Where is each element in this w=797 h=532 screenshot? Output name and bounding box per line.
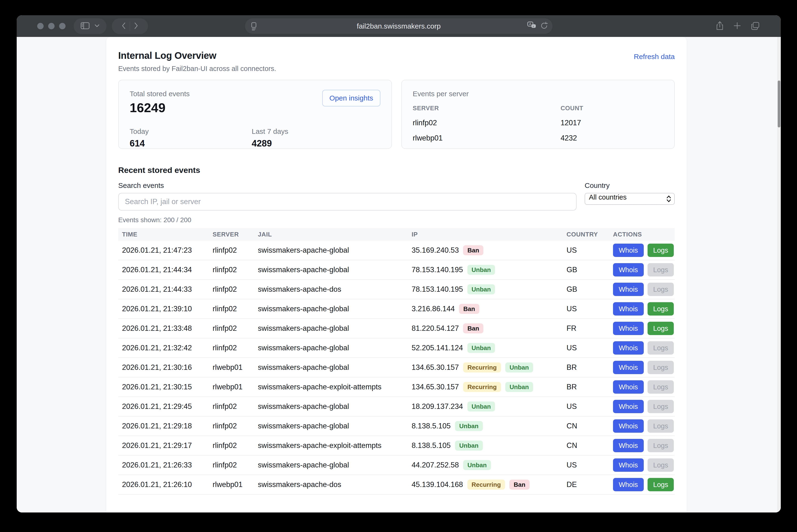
event-jail: swissmakers-apache-global (254, 246, 408, 254)
event-jail: swissmakers-apache-dos (254, 285, 408, 293)
event-jail: swissmakers-apache-dos (254, 480, 408, 489)
search-input[interactable] (118, 193, 577, 210)
event-country: CN (563, 422, 609, 430)
event-country: GB (563, 285, 609, 293)
event-time: 2026.01.21, 21:30:15 (118, 383, 209, 391)
event-server: rlinfp02 (209, 285, 254, 293)
logs-button[interactable]: Logs (648, 302, 674, 316)
logs-button[interactable]: Logs (648, 478, 674, 491)
minimize-button[interactable] (48, 23, 55, 29)
event-ip: 35.169.240.53 (412, 246, 459, 254)
whois-button[interactable]: Whois (613, 302, 644, 316)
svg-text:A: A (529, 22, 531, 26)
unban-badge: Unban (455, 440, 483, 451)
translate-icon[interactable]: A x (527, 21, 537, 31)
whois-button[interactable]: Whois (613, 400, 644, 413)
event-actions: WhoisLogs (609, 341, 675, 355)
toolbar-right (716, 21, 760, 32)
event-jail: swissmakers-apache-exploit-attempts (254, 441, 408, 450)
table-row: 2026.01.21, 21:32:42rlinfp02swissmakers-… (118, 338, 675, 358)
window-controls (37, 23, 66, 29)
page-icon[interactable] (250, 22, 257, 32)
whois-button[interactable]: Whois (613, 439, 644, 452)
share-icon[interactable] (716, 21, 724, 32)
address-bar[interactable]: fail2ban.swissmakers.corp A x (245, 18, 553, 34)
whois-button[interactable]: Whois (613, 361, 644, 374)
event-jail: swissmakers-apache-global (254, 266, 408, 274)
event-server: rlwebp01 (209, 363, 254, 372)
total-events-label: Total stored events (130, 90, 190, 98)
event-jail: swissmakers-apache-global (254, 422, 408, 430)
forward-icon[interactable] (134, 22, 138, 30)
event-ip-cell: 35.169.240.53Ban (408, 245, 563, 255)
event-country: US (563, 305, 609, 313)
event-ip: 18.209.137.234 (412, 402, 463, 411)
logs-button: Logs (648, 458, 674, 472)
event-ip-cell: 78.153.140.195Unban (408, 284, 563, 294)
zoom-button[interactable] (59, 23, 66, 29)
table-row: 2026.01.21, 21:30:16rlwebp01swissmakers-… (118, 358, 675, 377)
logs-button[interactable]: Logs (648, 322, 674, 335)
new-tab-icon[interactable] (733, 22, 741, 31)
unban-badge: Unban (467, 265, 495, 275)
scrollbar-thumb[interactable] (778, 80, 780, 128)
event-country: US (563, 246, 609, 254)
whois-button[interactable]: Whois (613, 478, 644, 491)
back-icon[interactable] (122, 22, 126, 30)
logs-button: Logs (648, 283, 674, 296)
log-overview-card: Internal Log Overview Events stored by F… (106, 37, 687, 512)
whois-button[interactable]: Whois (613, 263, 644, 277)
svg-text:x: x (533, 25, 534, 27)
whois-button[interactable]: Whois (613, 419, 644, 433)
page-title: Internal Log Overview (118, 50, 276, 61)
table-row: 2026.01.21, 21:44:33rlinfp02swissmakers-… (118, 280, 675, 299)
event-ip-cell: 45.139.104.168RecurringBan (408, 480, 563, 490)
scrollbar-track[interactable] (777, 37, 781, 512)
sidebar-toggle-icon[interactable] (80, 22, 90, 31)
whois-button[interactable]: Whois (613, 322, 644, 335)
event-time: 2026.01.21, 21:26:33 (118, 461, 209, 469)
total-events-card: Total stored events 16249 Open insights … (118, 80, 392, 149)
browser-window: fail2ban.swissmakers.corp A x (17, 15, 781, 512)
table-row: 2026.01.21, 21:26:10rlwebp01swissmakers-… (118, 475, 675, 495)
events-per-server-table: SERVER COUNT rlinfp0212017rlwebp014232 (413, 98, 664, 142)
logs-button: Logs (648, 419, 674, 433)
event-country: BR (563, 363, 609, 372)
whois-button[interactable]: Whois (613, 380, 644, 394)
chevron-down-icon[interactable] (94, 24, 99, 28)
whois-button[interactable]: Whois (613, 283, 644, 296)
whois-button[interactable]: Whois (613, 341, 644, 355)
server-name: rlinfp02 (413, 119, 561, 127)
ban-badge: Ban (509, 480, 530, 490)
column-header-ip: IP (408, 231, 563, 238)
event-country: FR (563, 324, 609, 333)
event-country: US (563, 461, 609, 469)
ban-badge: Ban (463, 323, 483, 334)
event-time: 2026.01.21, 21:47:23 (118, 246, 209, 254)
url-text: fail2ban.swissmakers.corp (245, 22, 553, 30)
open-insights-button[interactable]: Open insights (322, 90, 380, 107)
event-actions: WhoisLogs (609, 419, 675, 433)
table-row: 2026.01.21, 21:33:48rlinfp02swissmakers-… (118, 319, 675, 338)
event-ip-cell: 134.65.30.157RecurringUnban (408, 362, 563, 373)
event-ip: 44.207.252.58 (412, 461, 459, 469)
event-server: rlinfp02 (209, 422, 254, 430)
tab-overview-icon[interactable] (751, 21, 760, 31)
unban-badge: Unban (467, 284, 495, 294)
reload-icon[interactable] (540, 21, 548, 31)
logs-button[interactable]: Logs (648, 244, 674, 257)
event-time: 2026.01.21, 21:44:34 (118, 266, 209, 274)
today-value: 614 (130, 138, 252, 149)
unban-badge: Unban (505, 382, 533, 392)
whois-button[interactable]: Whois (613, 458, 644, 472)
refresh-data-link[interactable]: Refresh data (634, 53, 675, 61)
country-select[interactable]: All countries (585, 193, 675, 205)
nav-controls (112, 18, 148, 34)
server-count: 12017 (561, 119, 663, 127)
event-country: CN (563, 441, 609, 450)
whois-button[interactable]: Whois (613, 244, 644, 257)
column-header-country: COUNTRY (563, 231, 609, 238)
event-jail: swissmakers-apache-global (254, 363, 408, 372)
close-button[interactable] (37, 23, 43, 29)
event-time: 2026.01.21, 21:44:33 (118, 285, 209, 293)
